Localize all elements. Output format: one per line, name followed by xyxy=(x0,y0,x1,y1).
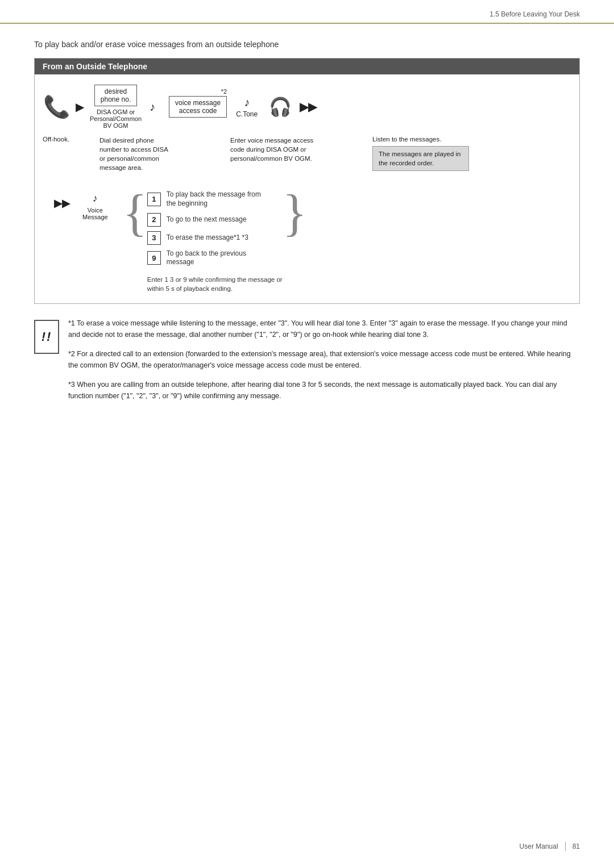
star2-label: *2 xyxy=(221,88,227,95)
option-row-9: 9 To go back to the previous message xyxy=(147,249,283,267)
vm-box: voice message access code xyxy=(169,96,227,118)
notes-icon-box: !! xyxy=(34,320,59,354)
footer-label: User Manual xyxy=(520,842,558,850)
music-note-2: ♪ xyxy=(244,96,250,109)
notes-icon: !! xyxy=(42,329,52,344)
vm-label-1: voice message xyxy=(175,99,221,107)
option-rows: 1 To play back the message from the begi… xyxy=(147,186,283,293)
note-3: *3 When you are calling from an outside … xyxy=(68,379,580,402)
off-hook-label: Off-hook. xyxy=(43,136,69,143)
voice-label-1: Voice xyxy=(88,207,103,214)
second-double-arrow: ▶▶ xyxy=(54,197,70,210)
diagram-box: From an Outside Telephone 📞 ▶ desired ph… xyxy=(34,58,580,304)
dial-desc: Dial desired phone number to access DISA… xyxy=(99,136,202,172)
callout-box: The messages are played in the recorded … xyxy=(372,146,469,171)
footer-page: 81 xyxy=(572,842,580,850)
music-note-1: ♪ xyxy=(150,101,155,114)
headset-container: 🎧 xyxy=(269,96,292,118)
music-note-3: ♪ xyxy=(93,193,98,205)
note-1: *1 To erase a voice message while listen… xyxy=(68,318,580,340)
option-text-1: To play back the message from the beginn… xyxy=(167,190,261,208)
option-num-3: 3 xyxy=(147,231,161,245)
phone-no-box: desired phone no. xyxy=(94,85,137,106)
second-double-arrow-container: ▶▶ xyxy=(54,186,70,210)
voice-message-label: Voice Message xyxy=(82,207,108,220)
double-arrow-1: ▶▶ xyxy=(300,100,317,114)
section-title: To play back and/or erase voice messages… xyxy=(34,40,580,49)
voice-message-container: ♪ Voice Message xyxy=(82,186,108,220)
ctone-container: ♪ C.Tone xyxy=(236,96,258,118)
first-flow-row: 📞 ▶ desired phone no. DISA OGM or Person… xyxy=(43,85,571,129)
headset-icon: 🎧 xyxy=(269,96,292,118)
disa-label: DISA OGM or Personal/Common BV OGM xyxy=(90,108,142,129)
phone-icon-container: 📞 xyxy=(43,96,70,118)
option-text-3: To erase the message*1 *3 xyxy=(167,233,248,243)
option-row-2: 2 To go to the next message xyxy=(147,213,283,227)
notes-text-container: *1 To erase a voice message while listen… xyxy=(68,318,580,410)
voice-label-2: Message xyxy=(82,214,108,220)
notes-section: !! *1 To erase a voice message while lis… xyxy=(34,318,580,410)
option-text-2: To go to the next message xyxy=(167,215,247,224)
box1-line1: desired xyxy=(105,87,127,95)
second-flow-row: ▶▶ ♪ Voice Message { 1 xyxy=(43,186,571,293)
page-header: 1.5 Before Leaving Your Desk xyxy=(0,0,614,24)
desc-row: Off-hook. Dial desired phone number to a… xyxy=(43,136,571,172)
diagram-body: 📞 ▶ desired phone no. DISA OGM or Person… xyxy=(35,74,579,303)
enter-vm-desc: Enter voice message access code during D… xyxy=(230,136,355,172)
option-num-2: 2 xyxy=(147,213,161,227)
header-section: 1.5 Before Leaving Your Desk xyxy=(489,10,580,18)
listen-label: Listen to the messages. xyxy=(372,136,469,143)
vm-box-container: *2 voice message access code xyxy=(169,96,227,118)
option-num-1: 1 xyxy=(147,193,161,206)
diagram-header: From an Outside Telephone xyxy=(35,59,579,74)
footer-divider xyxy=(565,842,566,851)
bracket-right: } xyxy=(283,186,307,235)
listen-container: Listen to the messages. The messages are… xyxy=(372,136,469,172)
options-bracket-container: { 1 To play back the message from the be… xyxy=(123,186,307,293)
bracket-left: { xyxy=(123,186,147,235)
option-row-1: 1 To play back the message from the begi… xyxy=(147,190,283,208)
flow-arrow-1: ▶ xyxy=(73,100,86,114)
page-content: To play back and/or erase voice messages… xyxy=(0,40,614,410)
ctone-label: C.Tone xyxy=(236,110,258,118)
box1-line2: phone no. xyxy=(101,95,131,103)
phone-no-box-container: desired phone no. DISA OGM or Personal/C… xyxy=(90,85,142,129)
off-hook-desc: Off-hook. xyxy=(43,136,99,172)
option-num-9: 9 xyxy=(147,251,161,265)
enter-note: Enter 1 3 or 9 while confirming the mess… xyxy=(147,275,283,293)
phone-icon: 📞 xyxy=(43,96,70,118)
page-footer: User Manual 81 xyxy=(520,842,580,851)
note-2: *2 For a directed call to an extension (… xyxy=(68,348,580,371)
vm-label-2: access code xyxy=(179,107,217,115)
double-arrow-1-container: ▶▶ xyxy=(300,100,317,114)
option-row-3: 3 To erase the message*1 *3 xyxy=(147,231,283,245)
option-text-9: To go back to the previous message xyxy=(167,249,246,267)
